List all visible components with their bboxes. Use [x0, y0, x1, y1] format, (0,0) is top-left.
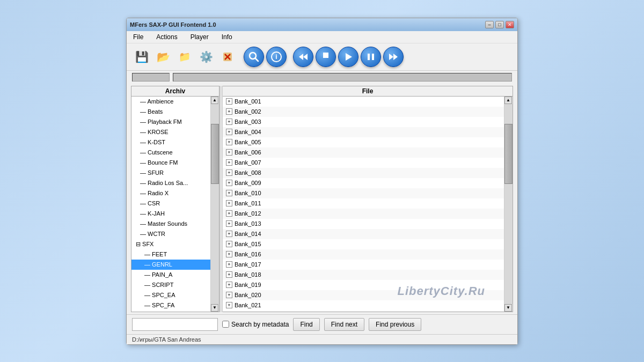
tree-item[interactable]: — Ambience	[131, 97, 210, 107]
title-bar: MFers SAX-P GUI Frontend 1.0 – □ ✕	[127, 18, 517, 31]
fast-forward-button[interactable]	[383, 47, 404, 67]
svg-rect-9	[323, 53, 328, 58]
file-item[interactable]: +Bank_006	[223, 147, 504, 158]
open-folder-button[interactable]: 📂	[153, 48, 173, 66]
title-bar-buttons: – □ ✕	[485, 21, 514, 28]
find-previous-button[interactable]: Find previous	[369, 318, 421, 331]
tree-item[interactable]: — FEET	[131, 249, 210, 260]
find-next-button[interactable]: Find next	[324, 318, 364, 331]
archive-scrollbar[interactable]: ▲ ▼	[210, 97, 219, 312]
expand-icon: +	[226, 129, 232, 135]
open-folder-green-button[interactable]: 📁	[175, 48, 194, 66]
file-item[interactable]: +Bank_005	[223, 137, 504, 147]
tree-item[interactable]: ⊟ SFX	[131, 239, 210, 249]
file-item[interactable]: +Bank_007	[223, 158, 504, 168]
file-name: Bank_017	[235, 260, 261, 269]
file-name: Bank_012	[235, 209, 261, 218]
scroll-track[interactable]	[211, 104, 219, 304]
tree-item[interactable]: — Cutscene	[131, 147, 210, 158]
expand-icon: +	[226, 108, 232, 115]
tree-item[interactable]: — Playback FM	[131, 117, 210, 127]
delete-button[interactable]	[218, 48, 237, 66]
file-scroll-thumb[interactable]	[504, 124, 513, 184]
tree-item[interactable]: — SPC_EA	[131, 290, 210, 300]
file-name: Bank_020	[235, 291, 261, 300]
file-item[interactable]: +Bank_002	[223, 107, 504, 117]
file-item[interactable]: +Bank_016	[223, 249, 504, 260]
tree-item[interactable]: — Radio Los Sa...	[131, 178, 210, 188]
file-name: Bank_016	[235, 250, 261, 259]
file-item[interactable]: +Bank_020	[223, 290, 504, 300]
scroll-down-button[interactable]: ▼	[211, 304, 218, 312]
tree-item[interactable]: — KROSE	[131, 127, 210, 137]
menu-actions[interactable]: Actions	[154, 33, 179, 41]
save-button[interactable]: 💾	[132, 48, 151, 66]
expand-icon: +	[226, 139, 232, 145]
find-button[interactable]: Find	[293, 318, 319, 331]
tree-item[interactable]: — CSR	[131, 198, 210, 209]
search-button[interactable]	[244, 47, 264, 67]
tree-item[interactable]: — Master Sounds	[131, 219, 210, 229]
archive-tree[interactable]: — Ambience— Beats— Playback FM— KROSE— K…	[131, 97, 210, 312]
file-item[interactable]: +Bank_017	[223, 260, 504, 270]
file-item[interactable]: +Bank_014	[223, 229, 504, 239]
file-item[interactable]: +Bank_011	[223, 198, 504, 209]
file-item[interactable]: +Bank_004	[223, 127, 504, 137]
file-scroll-down[interactable]: ▼	[504, 304, 512, 312]
tree-item[interactable]: — GENRL	[131, 260, 210, 270]
menu-player[interactable]: Player	[188, 33, 211, 41]
file-item[interactable]: +Bank_009	[223, 178, 504, 188]
file-name: Bank_011	[235, 199, 261, 208]
menu-file[interactable]: File	[131, 33, 145, 41]
scroll-thumb[interactable]	[211, 124, 219, 184]
file-scroll-up[interactable]: ▲	[504, 97, 512, 104]
tree-item[interactable]: — K-JAH	[131, 209, 210, 219]
tree-item[interactable]: — SFUR	[131, 168, 210, 178]
tree-item[interactable]: — Bounce FM	[131, 158, 210, 168]
scroll-up-button[interactable]: ▲	[211, 97, 218, 104]
rewind-button[interactable]	[293, 47, 313, 67]
tree-item[interactable]: — Radio X	[131, 188, 210, 198]
tree-item[interactable]: — WCTR	[131, 229, 210, 239]
file-item[interactable]: +Bank_010	[223, 188, 504, 198]
settings-button[interactable]: ⚙️	[196, 48, 216, 66]
close-button[interactable]: ✕	[506, 21, 514, 28]
file-item[interactable]: +Bank_008	[223, 168, 504, 178]
file-item[interactable]: +Bank_013	[223, 219, 504, 229]
tree-item[interactable]: — Beats	[131, 107, 210, 117]
window-title: MFers SAX-P GUI Frontend 1.0	[130, 21, 216, 28]
metadata-label: Search by metadata	[231, 321, 289, 328]
info-button[interactable]: i	[266, 47, 287, 67]
play-button[interactable]	[338, 47, 358, 67]
progress-bar[interactable]	[173, 73, 512, 82]
svg-marker-14	[393, 54, 398, 60]
file-scroll-track[interactable]	[504, 104, 513, 304]
archive-header: Archiv	[131, 86, 219, 97]
file-item[interactable]: +Bank_018	[223, 270, 504, 280]
tree-item[interactable]: — SPC_FA	[131, 300, 210, 311]
file-item[interactable]: +Bank_019	[223, 280, 504, 290]
file-item[interactable]: +Bank_022	[223, 311, 504, 312]
file-header: File	[223, 86, 513, 97]
stop-button[interactable]	[316, 47, 336, 67]
maximize-button[interactable]: □	[495, 21, 504, 28]
tree-item[interactable]: — SCRIPT	[131, 280, 210, 290]
pause-button[interactable]	[361, 47, 381, 67]
tree-item[interactable]: — K-DST	[131, 137, 210, 147]
file-scrollbar[interactable]: ▲ ▼	[504, 97, 513, 312]
file-item[interactable]: +Bank_001	[223, 97, 504, 107]
metadata-checkbox[interactable]	[222, 321, 229, 328]
file-item[interactable]: +Bank_021	[223, 300, 504, 311]
file-name: Bank_019	[235, 280, 261, 290]
file-name: Bank_010	[235, 189, 261, 198]
file-item[interactable]: +Bank_003	[223, 117, 504, 127]
tree-item[interactable]: — SPC_GA	[131, 311, 210, 312]
file-item[interactable]: +Bank_012	[223, 209, 504, 219]
menu-info[interactable]: Info	[219, 33, 235, 41]
tree-item[interactable]: — PAIN_A	[131, 270, 210, 280]
minimize-button[interactable]: –	[485, 21, 494, 28]
file-list[interactable]: +Bank_001+Bank_002+Bank_003+Bank_004+Ban…	[223, 97, 504, 312]
toolbar: 💾 📂 📁 ⚙️ i	[127, 43, 517, 71]
file-item[interactable]: +Bank_015	[223, 239, 504, 249]
search-input[interactable]	[132, 318, 218, 331]
